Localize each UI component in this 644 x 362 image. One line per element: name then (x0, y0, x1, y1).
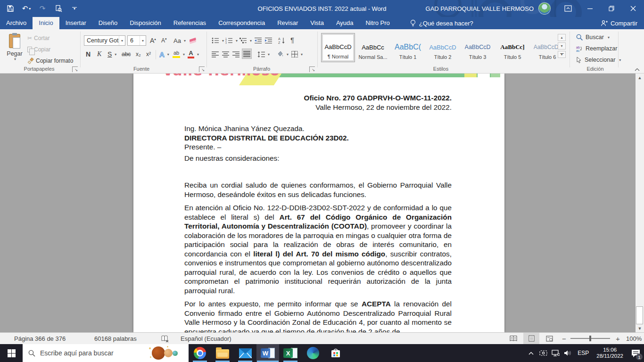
taskbar-chrome[interactable] (189, 344, 211, 362)
superscript-button[interactable]: x² (145, 49, 152, 59)
taskbar-edge[interactable] (302, 344, 324, 362)
find-button[interactable]: Buscar ▾ (576, 34, 610, 41)
zoom-level[interactable]: 100% (626, 333, 642, 344)
paste-button[interactable]: Pegar ▾ (4, 32, 25, 65)
paragraph-dialog-launcher[interactable]: ↘ (309, 66, 315, 72)
taskbar-mail[interactable] (234, 344, 256, 362)
ribbon-display-options-button[interactable] (557, 0, 579, 17)
underline-button[interactable]: S▾ (107, 49, 117, 59)
justify-button[interactable] (242, 49, 252, 59)
shading-button[interactable]: ▾ (275, 49, 289, 59)
format-painter-button[interactable]: Copiar formato (26, 56, 74, 66)
web-layout-button[interactable] (541, 333, 557, 344)
styles-scroll-up[interactable]: ▴ (558, 34, 566, 41)
scrollbar-thumb[interactable] (636, 306, 643, 324)
font-size-combo[interactable]: 6 ▾ (127, 35, 146, 46)
bold-button[interactable]: N (85, 49, 94, 59)
vertical-scrollbar[interactable]: ▲ ▼ (636, 74, 644, 332)
account-name[interactable]: GAD PARROQUIAL VALLE HERMOSO (426, 5, 538, 12)
style-titulo-3[interactable]: AaBbCcD Título 3 (461, 33, 495, 62)
cut-button[interactable]: ✂ Cortar (26, 33, 50, 43)
style-titulo-2[interactable]: AaBbCcD Título 2 (426, 33, 460, 62)
minimize-button[interactable] (579, 0, 601, 17)
restore-button[interactable] (601, 0, 622, 17)
strikethrough-button[interactable]: abc (121, 49, 132, 59)
subscript-button[interactable]: x₂ (135, 49, 142, 59)
tray-network-button[interactable] (549, 344, 561, 362)
change-case-button[interactable]: Aa▾ (173, 35, 187, 46)
language-indicator[interactable]: Español (Ecuador) (181, 333, 231, 344)
tab-revisar[interactable]: Revisar (271, 17, 304, 29)
tab-vista[interactable]: Vista (304, 17, 330, 29)
taskbar-excel[interactable]: X (279, 344, 302, 362)
customize-quick-access-button[interactable]: ▾ (69, 2, 80, 15)
tray-volume-button[interactable] (561, 344, 574, 362)
shrink-font-button[interactable]: A▾ (160, 35, 168, 46)
taskbar-file-explorer[interactable] (211, 344, 234, 362)
clear-formatting-button[interactable] (189, 35, 197, 46)
multilevel-list-button[interactable]: ▾ (239, 35, 253, 46)
font-color-button[interactable]: A ▾ (187, 49, 200, 59)
font-family-combo[interactable]: Century Gothi ▾ (84, 35, 125, 46)
tray-cast-button[interactable] (537, 344, 549, 362)
tray-language-indicator[interactable]: ESP (574, 350, 593, 356)
copy-button[interactable]: Copiar (26, 44, 51, 55)
clipboard-dialog-launcher[interactable]: ↘ (72, 66, 78, 72)
zoom-slider-track[interactable] (570, 338, 610, 339)
document-page[interactable]: Valle Hermoso Oficio Nro. 270 GADPRVH-O-… (133, 74, 504, 332)
close-button[interactable] (622, 0, 644, 17)
style-normal-sa[interactable]: AaBbCc Normal Sa... (356, 33, 390, 62)
replace-button[interactable]: ab ac Reemplazar (576, 45, 617, 52)
action-center-button[interactable]: 1 (627, 344, 644, 362)
styles-scroll-down[interactable]: ▾ (558, 42, 566, 49)
style-titulo-1[interactable]: AaBbC( Título 1 (391, 33, 425, 62)
text-effects-button[interactable]: A▾ (158, 49, 170, 59)
tab-diseno[interactable]: Diseño (92, 17, 124, 29)
tab-inicio[interactable]: Inicio (33, 17, 59, 29)
taskbar-store[interactable] (324, 344, 347, 362)
tab-insertar[interactable]: Insertar (59, 17, 92, 29)
zoom-slider-thumb[interactable] (589, 336, 591, 341)
grow-font-button[interactable]: A▴ (149, 35, 157, 46)
account-avatar[interactable] (538, 2, 551, 15)
tab-correspondencia[interactable]: Correspondencia (212, 17, 271, 29)
taskbar-word[interactable]: W (256, 344, 279, 362)
styles-gallery-expand[interactable]: ▾ (558, 51, 566, 58)
taskbar-search-box[interactable]: Escribe aquí para buscar (23, 344, 189, 362)
zoom-in-button[interactable]: + (616, 333, 620, 344)
bullets-button[interactable]: ▾ (211, 35, 225, 46)
tray-expand-button[interactable] (525, 344, 537, 362)
start-button[interactable] (0, 344, 23, 362)
borders-button[interactable]: ▾ (290, 49, 304, 59)
undo-button[interactable]: ↶▾ (21, 2, 32, 15)
italic-button[interactable]: K (96, 49, 105, 59)
style-titulo-5[interactable]: AaBbCc] Título 5 (495, 33, 529, 62)
line-spacing-button[interactable]: ▾ (256, 49, 271, 59)
scroll-down-arrow[interactable]: ▼ (636, 324, 644, 332)
tell-me-box[interactable]: ¿Qué desea hacer? (405, 17, 479, 29)
print-layout-button[interactable] (523, 333, 539, 344)
font-dialog-launcher[interactable]: ↘ (199, 66, 205, 72)
highlight-button[interactable]: ab ▾ (172, 49, 186, 59)
redo-button[interactable]: ↷ (37, 2, 48, 15)
save-button[interactable] (5, 2, 16, 15)
word-count[interactable]: 60168 palabras (94, 333, 137, 344)
proofing-status[interactable] (161, 333, 169, 344)
numbering-button[interactable]: 1 2 3 ▾ (224, 35, 239, 46)
zoom-slider[interactable] (570, 333, 610, 344)
decrease-indent-button[interactable] (254, 35, 263, 46)
tab-archivo[interactable]: Archivo (0, 17, 33, 29)
scroll-up-arrow[interactable]: ▲ (636, 74, 644, 82)
align-left-button[interactable] (211, 49, 220, 59)
collapse-ribbon-button[interactable] (632, 66, 642, 73)
increase-indent-button[interactable] (264, 35, 273, 46)
tab-referencias[interactable]: Referencias (167, 17, 212, 29)
read-mode-button[interactable] (505, 333, 521, 344)
align-center-button[interactable] (221, 49, 230, 59)
print-preview-button[interactable] (53, 2, 64, 15)
style-normal[interactable]: AaBbCcD ¶ Normal (321, 33, 355, 62)
sort-button[interactable]: A Z (277, 35, 287, 46)
tab-nitro-pro[interactable]: Nitro Pro (360, 17, 396, 29)
tray-clock[interactable]: 15:06 28/11/2022 (593, 347, 627, 359)
show-marks-button[interactable]: ¶ (289, 34, 295, 45)
